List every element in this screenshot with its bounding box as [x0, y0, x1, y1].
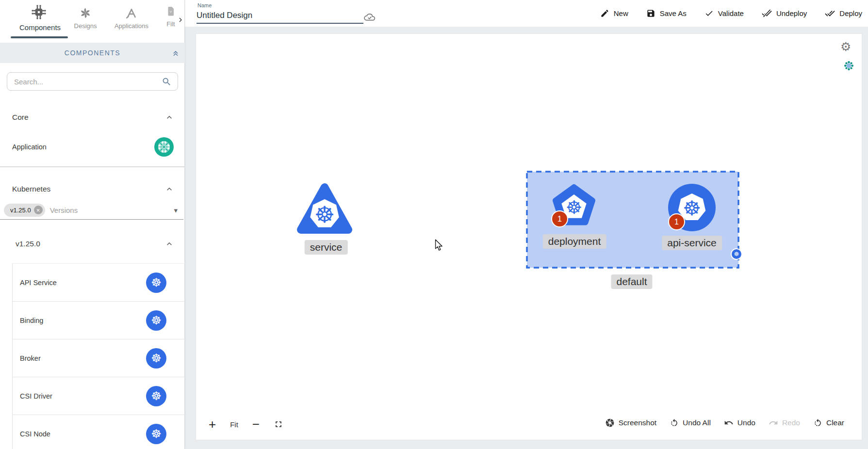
components-sidebar: Components Designs Applications: [0, 0, 185, 449]
chevron-up-icon[interactable]: [164, 112, 174, 122]
zoom-out-button[interactable]: −: [252, 418, 260, 431]
app-builder-icon: [125, 6, 138, 20]
section-kubernetes-header[interactable]: Kubernetes: [0, 180, 185, 198]
zoom-in-button[interactable]: +: [209, 418, 216, 431]
list-item-broker[interactable]: Broker ☸: [13, 339, 185, 377]
clear-button[interactable]: Clear: [813, 418, 844, 428]
kubernetes-icon: ☸: [146, 424, 166, 444]
list-item-csi-node[interactable]: CSI Node ☸: [13, 415, 185, 449]
tabs-scroll-right-icon[interactable]: [176, 16, 185, 24]
versions-select[interactable]: v1.25.0 × Versions ▾: [4, 201, 181, 219]
section-version-title: v1.25.0: [16, 240, 40, 248]
section-divider: [0, 166, 185, 167]
section-core-header[interactable]: Core: [0, 109, 185, 126]
undo-icon: [724, 418, 734, 428]
deploy-button-label: Deploy: [839, 9, 862, 17]
undo-button-label: Undo: [737, 418, 755, 427]
kubernetes-icon: ☸: [146, 348, 166, 369]
section-core-title: Core: [12, 113, 29, 122]
active-tab-indicator: [11, 36, 68, 38]
kubernetes-icon: ☸: [146, 386, 166, 406]
list-item-binding[interactable]: Binding ☸: [13, 302, 185, 339]
pencil-icon: [600, 9, 609, 18]
search-input[interactable]: [7, 78, 162, 86]
kubernetes-icon: ☸: [683, 196, 701, 220]
redo-icon: [769, 418, 778, 428]
rotate-left-icon: [670, 418, 679, 428]
validate-button-label: Validate: [718, 9, 744, 17]
deployment-count-badge[interactable]: 1: [551, 210, 568, 227]
clear-button-label: Clear: [826, 418, 844, 427]
search-icon[interactable]: [162, 77, 172, 87]
list-item-api-service[interactable]: API Service ☸: [13, 264, 185, 302]
fit-button[interactable]: Fit: [230, 420, 238, 429]
hub-icon: [30, 3, 48, 21]
mesh-sphere-icon: [154, 137, 174, 157]
sidebar-item-label: Application: [12, 143, 47, 151]
design-toolbar: Name New Save As Validate: [185, 0, 868, 27]
tab-applications[interactable]: Applications: [112, 6, 151, 30]
undo-all-button-label: Undo All: [683, 418, 711, 427]
undeploy-button-label: Undeploy: [776, 9, 807, 17]
kubernetes-icon: ☸: [566, 197, 582, 218]
save-as-button[interactable]: Save As: [646, 9, 687, 18]
tab-designs-label: Designs: [71, 22, 100, 30]
double-check-icon: [825, 8, 835, 18]
list-item-csi-driver[interactable]: CSI Driver ☸: [13, 377, 185, 415]
validate-button[interactable]: Validate: [704, 9, 744, 18]
shutter-icon: [605, 418, 615, 428]
chip-close-icon[interactable]: ×: [34, 206, 43, 214]
spiral-icon: [79, 6, 92, 20]
caret-down-icon[interactable]: ▾: [174, 207, 178, 214]
design-name-input[interactable]: [197, 11, 361, 20]
sidebar-item-application[interactable]: Application: [0, 137, 185, 157]
history-controls: Screenshot Undo All Undo Redo Clear: [605, 418, 844, 428]
kubernetes-icon: ☸: [146, 310, 166, 331]
group-kubernetes-badge-icon[interactable]: ☸: [731, 248, 742, 260]
redo-button[interactable]: Redo: [769, 418, 800, 428]
list-item-label: API Service: [20, 279, 57, 287]
api-service-count-badge[interactable]: 1: [668, 213, 685, 230]
tab-applications-label: Applications: [112, 22, 151, 30]
node-label-api-service[interactable]: api-service: [662, 236, 722, 250]
screenshot-button-label: Screenshot: [619, 418, 656, 427]
node-label-deployment[interactable]: deployment: [543, 234, 606, 249]
collapse-panel-icon[interactable]: [171, 48, 180, 57]
section-kubernetes-title: Kubernetes: [12, 185, 50, 193]
undo-button[interactable]: Undo: [724, 418, 755, 428]
new-button[interactable]: New: [600, 9, 628, 18]
tab-components-label: Components: [19, 23, 58, 32]
name-field-label: Name: [197, 2, 212, 8]
node-service[interactable]: ☸: [297, 181, 352, 236]
save-icon: [646, 9, 655, 18]
list-item-label: CSI Driver: [20, 392, 52, 400]
chevron-up-icon[interactable]: [164, 239, 174, 249]
screenshot-button[interactable]: Screenshot: [605, 418, 656, 428]
fullscreen-icon[interactable]: [274, 419, 283, 429]
components-panel-header: COMPONENTS: [0, 43, 185, 63]
kubernetes-icon: ☸: [314, 202, 335, 228]
kubernetes-icon: ☸: [146, 273, 166, 293]
tab-designs[interactable]: Designs: [71, 6, 100, 30]
component-search: [7, 72, 178, 91]
deploy-button[interactable]: Deploy: [825, 8, 862, 18]
undeploy-button[interactable]: Undeploy: [762, 8, 807, 18]
select-underline: [0, 219, 183, 220]
section-version-header[interactable]: v1.25.0: [0, 235, 185, 253]
tab-components[interactable]: Components: [19, 3, 58, 32]
node-label-service[interactable]: service: [305, 240, 348, 255]
rotate-left-icon: [813, 418, 822, 428]
version-chip: v1.25.0 ×: [4, 204, 45, 217]
kubernetes-cluster-icon[interactable]: [843, 60, 854, 71]
check-icon: [704, 9, 714, 18]
group-label-default[interactable]: default: [611, 274, 652, 289]
chevron-up-icon[interactable]: [164, 184, 174, 194]
list-item-label: Binding: [20, 317, 43, 324]
new-button-label: New: [614, 9, 628, 17]
panel-title: COMPONENTS: [65, 49, 120, 57]
versions-placeholder: Versions: [50, 206, 78, 214]
gear-icon[interactable]: ⚙: [840, 41, 851, 53]
component-list: API Service ☸ Binding ☸ Broker ☸ CSI Dri…: [12, 263, 185, 449]
undo-all-button[interactable]: Undo All: [670, 418, 711, 428]
list-item-label: CSI Node: [20, 430, 50, 438]
